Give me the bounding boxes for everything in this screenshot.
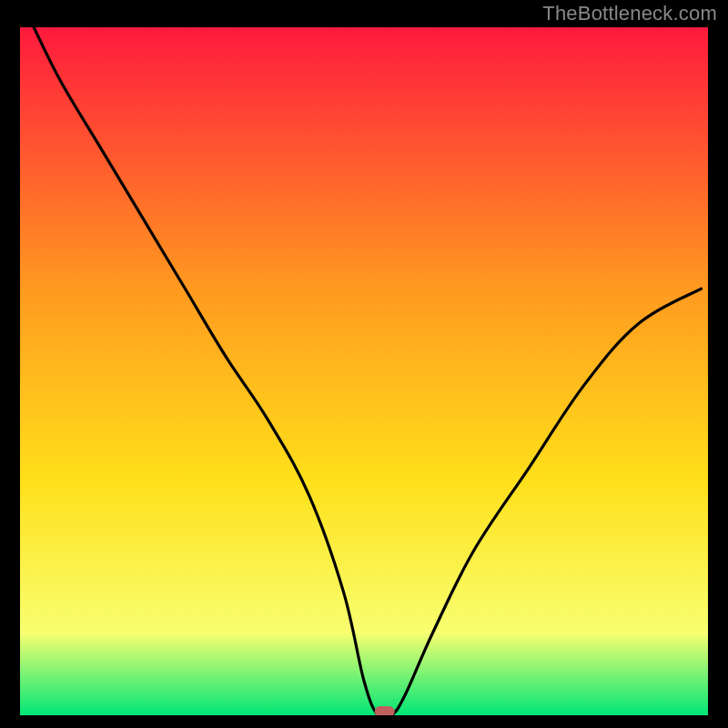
watermark-text: TheBottleneck.com — [542, 2, 717, 25]
chart-frame: TheBottleneck.com — [0, 0, 728, 728]
chart-plot-area — [20, 27, 708, 715]
chart-svg — [20, 27, 708, 715]
chart-background — [20, 27, 708, 715]
minimum-marker — [375, 706, 395, 715]
